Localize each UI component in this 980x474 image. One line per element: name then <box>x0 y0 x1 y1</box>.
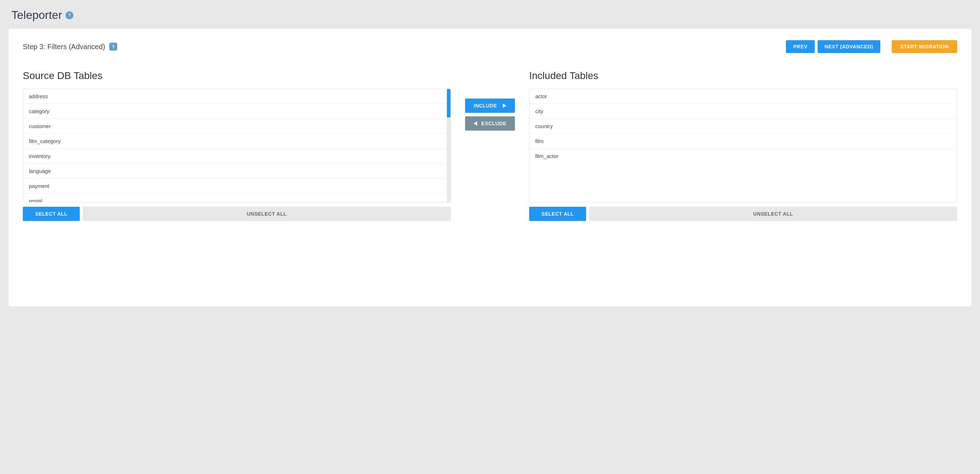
source-list-wrapper: addresscategorycustomerfilm_categoryinve… <box>23 89 451 203</box>
source-select-all-button[interactable]: SELECT ALL <box>23 207 80 221</box>
table-row[interactable]: city <box>530 104 957 119</box>
included-table-list[interactable]: actorcitycountryfilmfilm_actor <box>529 89 957 203</box>
table-row[interactable]: language <box>23 164 450 179</box>
prev-button[interactable]: PREV <box>786 40 815 53</box>
included-panel-title: Included Tables <box>529 70 957 81</box>
app-header: Teleporter ? <box>0 0 980 29</box>
source-scrollbar-thumb[interactable] <box>447 89 450 117</box>
next-advanced-button[interactable]: NEXT (ADVANCED) <box>818 40 880 53</box>
step-info: Step 3: Filters (Advanced) ? <box>23 43 117 51</box>
included-panel-buttons: SELECT ALL UNSELECT ALL <box>529 207 957 221</box>
app-help-icon[interactable]: ? <box>65 11 73 19</box>
table-row[interactable]: customer <box>23 119 450 134</box>
start-migration-button[interactable]: START MIGRATION <box>892 40 957 53</box>
table-row[interactable]: film_actor <box>530 149 957 163</box>
source-unselect-all-button[interactable]: UNSELECT ALL <box>83 207 451 221</box>
included-select-all-button[interactable]: SELECT ALL <box>529 207 586 221</box>
main-card: Step 3: Filters (Advanced) ? PREV NEXT (… <box>8 29 972 306</box>
table-row[interactable]: film_category <box>23 134 450 149</box>
table-row[interactable]: country <box>530 119 957 134</box>
table-row[interactable]: inventory <box>23 149 450 164</box>
step-label: Step 3: Filters (Advanced) <box>23 43 105 51</box>
panels-container: Source DB Tables addresscategorycustomer… <box>23 70 957 221</box>
table-row[interactable]: payment <box>23 179 450 193</box>
middle-controls: INCLUDE EXCLUDE <box>451 70 529 131</box>
source-table-list[interactable]: addresscategorycustomerfilm_categoryinve… <box>23 89 451 203</box>
exclude-arrow-icon <box>474 121 477 125</box>
source-scrollbar[interactable] <box>447 89 450 202</box>
step-help-icon[interactable]: ? <box>109 43 117 51</box>
source-panel-buttons: SELECT ALL UNSELECT ALL <box>23 207 451 221</box>
included-panel: Included Tables actorcitycountryfilmfilm… <box>529 70 957 221</box>
include-arrow-icon <box>503 103 506 108</box>
step-header: Step 3: Filters (Advanced) ? PREV NEXT (… <box>23 40 957 53</box>
include-button[interactable]: INCLUDE <box>465 98 515 113</box>
included-unselect-all-button[interactable]: UNSELECT ALL <box>589 207 957 221</box>
source-panel-title: Source DB Tables <box>23 70 451 81</box>
table-row[interactable]: category <box>23 104 450 119</box>
source-panel: Source DB Tables addresscategorycustomer… <box>23 70 451 221</box>
header-actions: PREV NEXT (ADVANCED) START MIGRATION <box>786 40 957 53</box>
table-row[interactable]: film <box>530 134 957 149</box>
exclude-button[interactable]: EXCLUDE <box>465 116 515 131</box>
table-row[interactable]: rental <box>23 193 450 203</box>
table-row[interactable]: address <box>23 89 450 104</box>
app-title: Teleporter <box>11 8 62 22</box>
table-row[interactable]: actor <box>530 89 957 104</box>
